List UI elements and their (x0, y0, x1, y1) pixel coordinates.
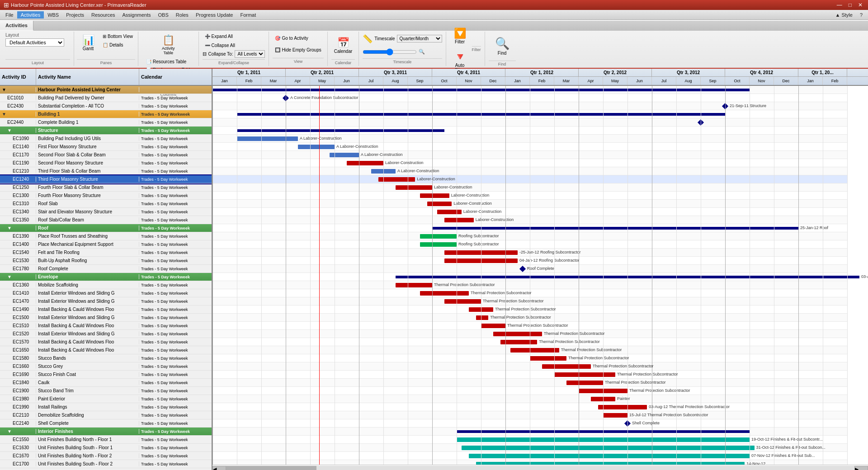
calendar-button[interactable]: 📅 Calendar (331, 33, 355, 58)
table-row[interactable]: EC1170Second Floor Slab & Collar BeamTra… (0, 151, 212, 159)
table-row[interactable]: EC1980Paint ExteriorTrades - 5 Day Workw… (0, 395, 212, 403)
close-button[interactable]: ✕ (856, 2, 864, 8)
table-row[interactable]: ▼ Harbour Pointe Assisted Living Center (0, 86, 212, 94)
menu-assignments[interactable]: Assignments (119, 11, 155, 19)
gantt-summary-bar (432, 227, 798, 230)
table-row[interactable]: EC1250Fourth Floor Slab & Collar BeamTra… (0, 183, 212, 192)
table-row[interactable]: EC1500Install Exterior Windows and Slidi… (0, 314, 212, 322)
table-row[interactable]: EC1140First Floor Masonry StructureTrade… (0, 143, 212, 151)
menu-progress-update[interactable]: Progress Update (192, 11, 237, 19)
cell-activity-name: Stucco Grey (36, 364, 139, 369)
cell-calendar: Trades - 5 Day Workweek (139, 332, 212, 336)
table-row[interactable]: ▼ EnvelopeTrades - 5 Day Workweek (0, 273, 212, 281)
scroll-track[interactable] (226, 466, 854, 470)
menu-roles[interactable]: Roles (172, 11, 192, 19)
table-row[interactable]: EC1350Roof Slab/Collar BeamTrades - 5 Da… (0, 216, 212, 224)
horizontal-scrollbar[interactable]: ◀ ▶ (212, 465, 868, 470)
table-row[interactable]: EC1400Place Mechanical Equipment Support… (0, 240, 212, 249)
table-row[interactable]: EC1550Unit Finishes Building North - Flo… (0, 436, 212, 444)
table-row[interactable]: EC1650Install Backing & Cauld Windows Fl… (0, 346, 212, 354)
menu-help[interactable]: ? (856, 11, 866, 19)
table-row[interactable]: EC1900Stucco Band TrimTrades - 5 Day Wor… (0, 387, 212, 395)
cell-activity-name: Building 1 (36, 112, 139, 117)
menu-resources[interactable]: Resources (88, 11, 119, 19)
timescale-select[interactable]: Quarter/Month (397, 35, 442, 42)
table-row[interactable]: EC1540Felt and Tile RoofingTrades - 5 Da… (0, 249, 212, 257)
timescale-slider[interactable] (363, 49, 417, 55)
expand-all-button[interactable]: ➕ Expand All (203, 33, 265, 40)
ribbon-tab-activities[interactable]: Activities (0, 21, 33, 31)
scroll-left-btn[interactable]: ◀ (212, 466, 226, 470)
table-row[interactable]: EC1210Third Floor Slab & Collar BeamTrad… (0, 167, 212, 175)
table-row[interactable]: EC2430Substantial Completion - All TCOTr… (0, 102, 212, 110)
table-row[interactable]: EC1510Install Backing & Cauld Windows Fl… (0, 322, 212, 330)
table-row[interactable]: EC1780Roof CompleteTrades - 5 Day Workwe… (0, 265, 212, 273)
table-row[interactable]: ▼ Building 1Trades - 5 Day Workweek (0, 110, 212, 118)
table-row[interactable]: EC1390Place Roof Trusses and SheathingTr… (0, 232, 212, 240)
table-row[interactable]: EC1090Building Pad Including UG UtilsTra… (0, 135, 212, 143)
col-header-activity-id[interactable]: Activity ID (0, 69, 36, 85)
menu-style[interactable]: ▲ Style (831, 11, 856, 19)
table-row[interactable]: EC1410Install Exterior Windows and Slidi… (0, 289, 212, 297)
table-row[interactable]: EC1840CaulkTrades - 5 Day Workweek (0, 379, 212, 387)
menu-wbs[interactable]: WBS (44, 11, 62, 19)
gantt-bar-label: 31-Oct-12 Finishes & Fit-out Subcon... (756, 445, 826, 450)
activity-table-button[interactable]: 📋 ActivityTable (142, 33, 195, 57)
table-row[interactable]: EC1470Install Exterior Windows and Slidi… (0, 297, 212, 306)
minimize-button[interactable]: — (835, 2, 844, 8)
filter-button[interactable]: 🔽 Filter (450, 24, 470, 48)
table-row[interactable]: EC1240Third Floor Masonry StructureTrade… (0, 175, 212, 183)
table-row[interactable]: EC1670Unit Finishes Building North - Flo… (0, 452, 212, 460)
main-area: Activity ID Activity Name Calendar ▼ Har… (0, 69, 868, 470)
timescale-zoom-out[interactable]: 🔍 (419, 49, 425, 55)
table-row[interactable]: EC1310Roof SlabTrades - 5 Day Workweek (0, 200, 212, 208)
details-button[interactable]: 📋 Details (100, 41, 135, 49)
table-row[interactable]: EC1660Stucco GreyTrades - 5 Day Workweek (0, 362, 212, 371)
col-header-activity-name[interactable]: Activity Name (36, 69, 139, 85)
table-row[interactable]: EC2440Complete Building 1Trades - 5 Day … (0, 118, 212, 127)
table-row[interactable]: EC1490Install Backing & Cauld Windows Fl… (0, 306, 212, 314)
table-row[interactable]: EC1990Install RailingsTrades - 5 Day Wor… (0, 403, 212, 411)
table-row[interactable]: ▼ StructureTrades - 5 Day Workweek (0, 127, 212, 135)
table-row[interactable]: EC1520Install Exterior Windows and Slidi… (0, 330, 212, 338)
table-row[interactable]: EC1570Install Backing & Cauld Windows Fl… (0, 338, 212, 346)
layout-select[interactable]: Default Activities (5, 38, 64, 47)
menu-activities[interactable]: Activities (17, 11, 44, 19)
table-row[interactable]: EC1300Fourth Floor Masonry StructureTrad… (0, 192, 212, 200)
cell-activity-name: Unit Finishes Building North - Floor 1 (36, 437, 139, 442)
table-row[interactable]: EC1530Built-Up Asphalt RoofingTrades - 5… (0, 257, 212, 265)
scroll-right-btn[interactable]: ▶ (854, 466, 868, 470)
gantt-button[interactable]: 📊 Gantt (77, 33, 99, 53)
find-button[interactable]: 🔍 Find (492, 31, 512, 61)
bottom-view-button[interactable]: ⊞ Bottom View (100, 33, 135, 40)
hide-empty-groups-button[interactable]: 🔲 Hide Empty Groups (273, 46, 323, 54)
table-row[interactable]: EC1340Stair and Elevator Masonry Structu… (0, 208, 212, 216)
table-body[interactable]: ▼ Harbour Pointe Assisted Living CenterE… (0, 86, 212, 470)
table-row[interactable]: EC2110Demobilize ScaffoldingTrades - 5 D… (0, 411, 212, 419)
find-btn-wrapper: 🔍 Find Find (489, 31, 516, 66)
menu-projects[interactable]: Projects (62, 11, 88, 19)
table-row[interactable]: ▼ Interior FinishesTrades - 5 Day Workwe… (0, 428, 212, 436)
collapse-all-button[interactable]: ➖ Collapse All (203, 42, 265, 49)
table-row[interactable]: ▼ RoofTrades - 5 Day Workweek (0, 224, 212, 232)
table-row[interactable]: EC1190Second Floor Masonry StructureTrad… (0, 159, 212, 167)
scroll-thumb[interactable] (226, 466, 316, 470)
table-row[interactable]: EC1630Unit Finishes Building South - Flo… (0, 444, 212, 452)
table-row[interactable]: EC1690Stucco Finish CoatTrades - 5 Day W… (0, 371, 212, 379)
calendar-group: 📅 Calendar Calendar (328, 32, 359, 66)
menu-format[interactable]: Format (236, 11, 259, 19)
gantt-body[interactable]: A Concrete Foundation Subcontractor21-Se… (212, 86, 868, 465)
resources-table-button[interactable]: 📑 Resources Table (144, 58, 195, 66)
table-row[interactable]: EC1700Unit Finishes Building South - Flo… (0, 460, 212, 468)
goto-activity-button[interactable]: 🎯 Go to Activity (273, 34, 323, 42)
menu-obs[interactable]: OBS (155, 11, 172, 19)
collapse-to-select[interactable]: All Levels (235, 50, 265, 58)
col-header-calendar[interactable]: Calendar (139, 69, 212, 85)
filter-group-label: Filter (472, 46, 481, 52)
maximize-button[interactable]: □ (847, 2, 854, 8)
menu-file[interactable]: File (2, 11, 17, 19)
table-row[interactable]: EC1580Stucco BandsTrades - 5 Day Workwee… (0, 354, 212, 362)
table-row[interactable]: EC1360Mobilize ScaffoldingTrades - 5 Day… (0, 281, 212, 289)
table-row[interactable]: EC1010Building Pad Delivered by OwnerTra… (0, 94, 212, 102)
table-row[interactable]: EC2140Shell CompleteTrades - 5 Day Workw… (0, 419, 212, 428)
